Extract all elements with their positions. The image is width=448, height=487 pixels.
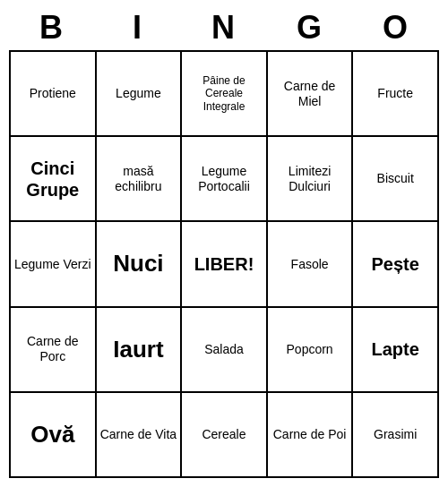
- bingo-cell: Fasole: [268, 222, 354, 307]
- bingo-cell: Carne de Vita: [97, 393, 183, 478]
- bingo-cell: Popcorn: [268, 308, 354, 393]
- title-letter: O: [353, 9, 439, 47]
- bingo-cell: Nuci: [97, 222, 183, 307]
- bingo-cell: Protiene: [11, 52, 97, 137]
- bingo-cell: Pește: [353, 222, 439, 307]
- bingo-title: BINGO: [9, 9, 439, 47]
- bingo-cell: LIBER!: [182, 222, 268, 307]
- bingo-cell: Carne de Poi: [268, 393, 354, 478]
- title-letter: I: [95, 9, 181, 47]
- bingo-grid: ProtieneLegumePâine de Cereale Integrale…: [9, 50, 439, 478]
- bingo-cell: Pâine de Cereale Integrale: [182, 52, 268, 137]
- bingo-cell: Legume Verzi: [11, 222, 97, 307]
- title-letter: B: [9, 9, 95, 47]
- title-letter: G: [267, 9, 353, 47]
- title-letter: N: [181, 9, 267, 47]
- bingo-cell: Ovă: [11, 393, 97, 478]
- bingo-cell: masă echilibru: [97, 137, 183, 222]
- bingo-cell: Carne de Miel: [268, 52, 354, 137]
- bingo-cell: Legume: [97, 52, 183, 137]
- bingo-cell: Cereale: [182, 393, 268, 478]
- bingo-cell: Fructe: [353, 52, 439, 137]
- bingo-cell: Lapte: [353, 308, 439, 393]
- bingo-cell: Salada: [182, 308, 268, 393]
- bingo-cell: Grasimi: [353, 393, 439, 478]
- bingo-cell: Biscuit: [353, 137, 439, 222]
- bingo-cell: Limitezi Dulciuri: [268, 137, 354, 222]
- bingo-cell: Cinci Grupe: [11, 137, 97, 222]
- bingo-cell: Legume Portocalii: [182, 137, 268, 222]
- bingo-cell: Carne de Porc: [11, 308, 97, 393]
- bingo-cell: Iaurt: [97, 308, 183, 393]
